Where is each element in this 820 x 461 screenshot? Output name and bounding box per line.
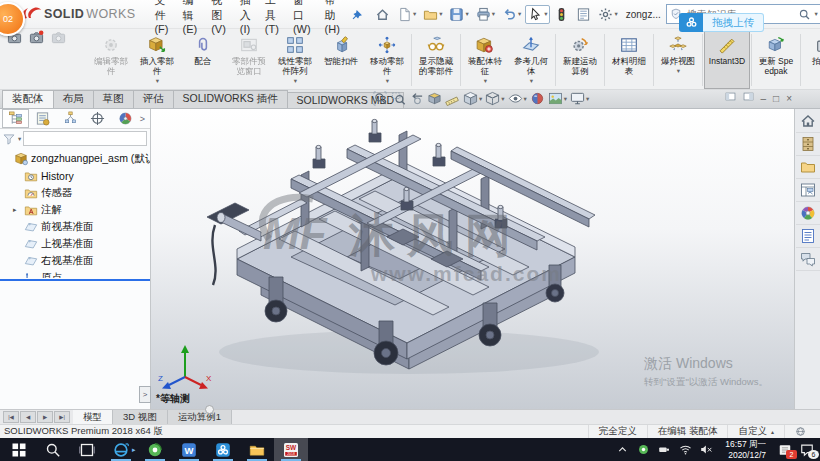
tree-item-front-plane[interactable]: 前视基准面 bbox=[0, 218, 150, 235]
undo-button[interactable]: ▾ bbox=[499, 5, 524, 24]
solidworks-2018-button[interactable]: SW2018 bbox=[274, 438, 308, 461]
print-button[interactable]: ▾ bbox=[473, 5, 498, 24]
panel-collapse-arrow[interactable]: > bbox=[139, 386, 151, 403]
select-button[interactable]: ▾ bbox=[525, 5, 550, 24]
display-settings-button[interactable] bbox=[573, 5, 594, 24]
filter-funnel-icon[interactable] bbox=[3, 133, 15, 145]
open-button[interactable]: ▾ bbox=[420, 5, 445, 24]
view-orientation-caret-icon[interactable]: ▾ bbox=[479, 95, 482, 103]
ribbon-new-motion-study-button[interactable]: 新建运动算例 bbox=[557, 31, 603, 89]
ribbon-insert-component-caret-icon[interactable]: ▾ bbox=[156, 77, 159, 85]
save-caret-icon[interactable]: ▾ bbox=[465, 10, 468, 18]
doc-close-button[interactable]: × bbox=[786, 92, 792, 106]
options-button[interactable]: ▾ bbox=[595, 5, 620, 24]
ribbon-instant3d-button[interactable]: Instant3D bbox=[704, 31, 750, 89]
status-fully-defined[interactable]: 完全定义 bbox=[588, 425, 647, 438]
tree-item-right-plane[interactable]: 右视基准面 bbox=[0, 252, 150, 269]
capture-disabled-icon[interactable] bbox=[51, 30, 66, 45]
menu-window[interactable]: 窗口(W) bbox=[286, 0, 318, 39]
start-button[interactable] bbox=[2, 438, 36, 461]
panel-tabs-more[interactable]: > bbox=[140, 114, 150, 124]
action-center-button[interactable]: 6 bbox=[800, 443, 814, 457]
expander-icon[interactable]: ▸ bbox=[13, 206, 21, 214]
file-explorer-app-button[interactable] bbox=[240, 438, 274, 461]
tab-evaluate[interactable]: 评估 bbox=[133, 90, 174, 108]
ribbon-linear-pattern-caret-icon[interactable]: ▾ bbox=[294, 77, 297, 85]
splitter-grip[interactable] bbox=[205, 405, 214, 414]
ribbon-reference-geometry-button[interactable]: 参考几何体▾ bbox=[508, 31, 554, 89]
ribbon-mate-button[interactable]: 配合 bbox=[180, 31, 226, 89]
drag-upload-widget[interactable]: 拖拽上传 bbox=[679, 13, 764, 32]
previous-view-button[interactable] bbox=[408, 91, 425, 106]
ribbon-reference-geometry-caret-icon[interactable]: ▾ bbox=[530, 77, 533, 85]
status-editing-state[interactable]: 在编辑 装配体 bbox=[647, 425, 728, 438]
menu-tools[interactable]: 工具(T) bbox=[258, 0, 286, 39]
zoom-to-area-button[interactable] bbox=[390, 91, 407, 106]
screen-record-icon[interactable] bbox=[29, 30, 44, 45]
undo-caret-icon[interactable]: ▾ bbox=[518, 10, 521, 18]
tree-item-history[interactable]: History bbox=[0, 167, 150, 184]
hide-show-items-button[interactable]: ▾ bbox=[507, 91, 528, 106]
graphics-viewport[interactable]: MF 沐风网 www.mfcad.com Z X *等轴测 激活 Windows… bbox=[151, 109, 794, 409]
ribbon-assembly-features-caret-icon[interactable]: ▾ bbox=[484, 77, 487, 85]
browser-360-button[interactable] bbox=[138, 438, 172, 461]
options-caret-icon[interactable]: ▾ bbox=[614, 10, 617, 18]
tray-device-button[interactable] bbox=[658, 443, 671, 456]
taskbar-search-button[interactable] bbox=[36, 438, 70, 461]
measure-button[interactable] bbox=[444, 91, 461, 106]
solidworks-forum-tab[interactable] bbox=[796, 248, 820, 271]
ribbon-move-component-caret-icon[interactable]: ▾ bbox=[386, 77, 389, 85]
ribbon-move-component-button[interactable]: 移动零部件▾ bbox=[364, 31, 410, 89]
wps-office-button[interactable]: W bbox=[172, 438, 206, 461]
pane-right-button[interactable] bbox=[743, 91, 754, 106]
tab-motion-study-1[interactable]: 运动算例1 bbox=[168, 410, 232, 424]
next-tab-button[interactable]: ▶ bbox=[37, 411, 53, 423]
pane-left-button[interactable] bbox=[725, 91, 736, 106]
custom-properties-tab[interactable] bbox=[796, 225, 820, 248]
filter-caret-icon[interactable]: ▾ bbox=[18, 135, 21, 143]
menu-view[interactable]: 视图(V) bbox=[204, 0, 233, 39]
ribbon-smart-fasteners-button[interactable]: 智能扣件 bbox=[318, 31, 364, 89]
design-library-tab[interactable] bbox=[796, 133, 820, 156]
menu-insert[interactable]: 插入(I) bbox=[233, 0, 258, 39]
menu-file[interactable]: 文件(F) bbox=[147, 0, 175, 39]
tree-item-annotations[interactable]: ▸注解 bbox=[0, 201, 150, 218]
tray-volume-button[interactable] bbox=[700, 443, 713, 456]
zoom-to-fit-button[interactable] bbox=[372, 91, 389, 106]
print-caret-icon[interactable]: ▾ bbox=[492, 10, 495, 18]
pin-icon[interactable] bbox=[351, 8, 364, 21]
taskbar-clock[interactable]: 16:57 周一2020/12/7 bbox=[721, 439, 770, 460]
tab-3d-views[interactable]: 3D 视图 bbox=[113, 410, 168, 424]
tree-item-root[interactable]: zongzhuangpei_asm (默认<默认_显示 bbox=[0, 150, 150, 167]
tree-item-origin[interactable]: 原点 bbox=[0, 269, 150, 278]
ribbon-assembly-features-button[interactable]: 装配体特征▾ bbox=[462, 31, 508, 89]
ribbon-linear-pattern-button[interactable]: 线性零部件阵列▾ bbox=[272, 31, 318, 89]
select-caret-icon[interactable]: ▾ bbox=[544, 10, 547, 18]
tab-layout[interactable]: 布局 bbox=[53, 90, 94, 108]
apply-scene-caret-icon[interactable]: ▾ bbox=[564, 95, 567, 103]
apply-scene-button[interactable]: ▾ bbox=[547, 91, 568, 106]
display-style-button[interactable]: ▾ bbox=[484, 91, 505, 106]
open-caret-icon[interactable]: ▾ bbox=[439, 10, 442, 18]
status-custom[interactable]: 自定义▴ bbox=[727, 425, 784, 438]
search-caret-icon[interactable]: ▾ bbox=[815, 10, 818, 18]
save-button[interactable]: ▾ bbox=[446, 5, 471, 24]
ribbon-show-hidden-button[interactable]: 显示隐藏的零部件 bbox=[413, 31, 459, 89]
filter-input[interactable] bbox=[23, 131, 147, 146]
tab-sketch[interactable]: 草图 bbox=[93, 90, 134, 108]
solidworks-resources-tab[interactable] bbox=[796, 110, 820, 133]
doc-restore-button[interactable]: □ bbox=[773, 92, 779, 106]
tray-network-button[interactable] bbox=[679, 443, 692, 456]
section-view-button[interactable] bbox=[426, 91, 443, 106]
menu-edit[interactable]: 编辑(E) bbox=[175, 0, 204, 39]
tab-sw-addins[interactable]: SOLIDWORKS 插件 bbox=[173, 90, 288, 108]
hidden-icons-button[interactable] bbox=[616, 443, 629, 456]
tab-assembly[interactable]: 装配体 bbox=[2, 90, 54, 108]
messages-button[interactable]: 2 bbox=[778, 443, 792, 457]
home-button[interactable] bbox=[372, 5, 393, 24]
doc-minimize-button[interactable]: – bbox=[761, 92, 767, 106]
rebuild-button[interactable] bbox=[551, 5, 572, 24]
featuremanager-tab[interactable] bbox=[2, 109, 29, 128]
ribbon-insert-component-button[interactable]: 插入零部件▾ bbox=[134, 31, 180, 89]
configurationmanager-tab[interactable] bbox=[57, 109, 84, 128]
